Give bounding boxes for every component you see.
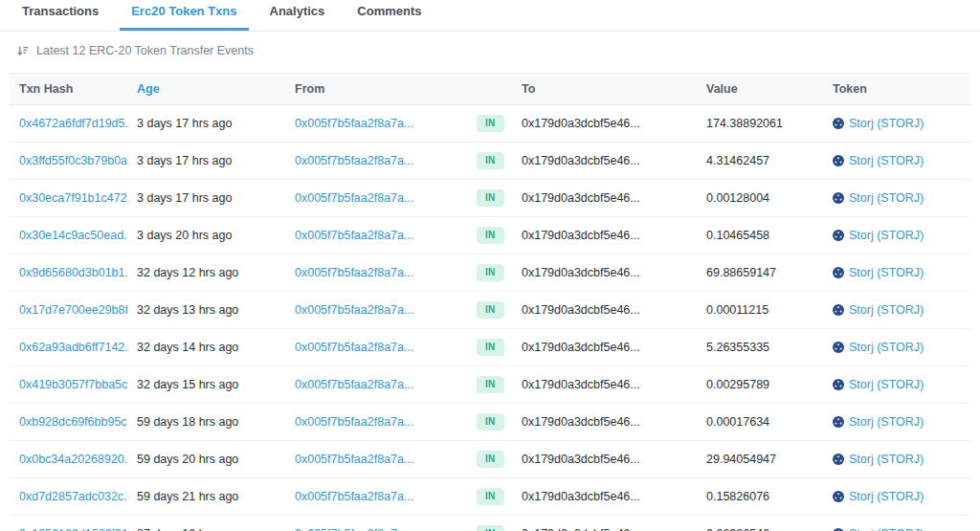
txn-hash-link[interactable]: 0xb928dc69f6bb95c...: [19, 415, 127, 429]
token-label: Storj (STORJ): [849, 490, 924, 503]
token-label: Storj (STORJ): [849, 303, 924, 317]
txn-hash-link[interactable]: 0x30e14c9ac50ead...: [19, 229, 127, 242]
value-text: 0.10465458: [706, 229, 769, 242]
header-txn-hash: Txn Hash: [10, 74, 127, 105]
token-link[interactable]: Storj (STORJ): [833, 191, 961, 205]
direction-in-badge: IN: [477, 115, 504, 132]
table-row: 0x17d7e700ee29b8f... 32 days 13 hrs ago …: [10, 292, 970, 329]
value-text: 0.00017634: [706, 415, 769, 429]
age-text: 3 days 17 hrs ago: [137, 117, 232, 130]
to-address-text: 0x179d0a3dcbf5e46...: [522, 415, 640, 429]
age-text: 32 days 14 hrs ago: [137, 341, 238, 354]
direction-in-badge: IN: [477, 488, 504, 505]
token-link[interactable]: Storj (STORJ): [833, 341, 961, 354]
to-address-text: 0x179d0a3dcbf5e46...: [522, 154, 640, 167]
txn-hash-link[interactable]: 0x62a93adb6ff7142...: [19, 341, 127, 354]
tab-analytics[interactable]: Analytics: [258, 0, 337, 31]
storj-token-icon: [833, 454, 844, 465]
from-address-link[interactable]: 0x005f7b5faa2f8a7a...: [295, 490, 413, 503]
txn-hash-link[interactable]: 0xd7d2857adc032c...: [19, 490, 127, 503]
from-address-link[interactable]: 0x005f7b5faa2f8a7a...: [295, 527, 413, 531]
table-header-row: Txn Hash Age From To Value Token: [10, 74, 970, 105]
table-row: 0x30eca7f91b1c472... 3 days 17 hrs ago 0…: [10, 180, 970, 217]
token-link[interactable]: Storj (STORJ): [833, 303, 961, 317]
sort-amount-down-icon: [17, 45, 30, 57]
from-address-link[interactable]: 0x005f7b5faa2f8a7a...: [295, 415, 413, 429]
token-label: Storj (STORJ): [849, 229, 924, 242]
from-address-link[interactable]: 0x005f7b5faa2f8a7a...: [295, 266, 413, 279]
table-row: 0x4672a6fdf7d19d5... 3 days 17 hrs ago 0…: [10, 105, 970, 143]
from-address-link[interactable]: 0x005f7b5faa2f8a7a...: [295, 229, 413, 242]
txn-hash-link[interactable]: 0x30eca7f91b1c472...: [19, 191, 127, 205]
from-address-link[interactable]: 0x005f7b5faa2f8a7a...: [295, 341, 413, 354]
value-text: 4.31462457: [706, 154, 769, 167]
direction-in-badge: IN: [477, 376, 504, 393]
tab-erc20-token-txns[interactable]: Erc20 Token Txns: [120, 0, 248, 31]
age-text: 32 days 15 hrs ago: [137, 378, 238, 391]
from-address-link[interactable]: 0x005f7b5faa2f8a7a...: [295, 154, 413, 167]
token-link[interactable]: Storj (STORJ): [833, 229, 961, 242]
to-address-text: 0x179d0a3dcbf5e46...: [522, 378, 640, 391]
direction-in-badge: IN: [477, 301, 504, 319]
txn-hash-link[interactable]: 0x0bc34a20268920...: [19, 453, 127, 466]
age-text: 59 days 20 hrs ago: [137, 453, 238, 466]
age-text: 3 days 17 hrs ago: [137, 191, 232, 205]
txn-hash-link[interactable]: 0x1856188d1582f01...: [19, 527, 127, 531]
section-heading: Latest 12 ERC-20 Token Transfer Events: [0, 32, 980, 67]
header-from: From: [285, 74, 467, 105]
tab-bar: Transactions Erc20 Token Txns Analytics …: [0, 0, 980, 32]
token-label: Storj (STORJ): [849, 191, 924, 205]
token-link[interactable]: Storj (STORJ): [833, 527, 961, 531]
from-address-link[interactable]: 0x005f7b5faa2f8a7a...: [295, 303, 413, 317]
storj-token-icon: [833, 267, 844, 278]
header-direction: [467, 74, 512, 105]
age-sort-link[interactable]: Age: [137, 82, 160, 96]
transfers-table: Txn Hash Age From To Value Token 0x4672a…: [10, 73, 970, 531]
table-row: 0x3ffd55f0c3b79b0a... 3 days 17 hrs ago …: [10, 143, 970, 180]
header-age: Age: [127, 74, 285, 105]
from-address-link[interactable]: 0x005f7b5faa2f8a7a...: [295, 117, 413, 130]
to-address-text: 0x179d0a3dcbf5e46...: [522, 341, 640, 354]
to-address-text: 0x179d0a3dcbf5e46...: [522, 527, 640, 531]
txn-hash-link[interactable]: 0x419b3057f7bba5c...: [19, 378, 127, 391]
txn-hash-link[interactable]: 0x17d7e700ee29b8f...: [19, 303, 127, 317]
storj-token-icon: [833, 118, 844, 129]
token-label: Storj (STORJ): [849, 154, 924, 167]
token-link[interactable]: Storj (STORJ): [833, 415, 961, 429]
txn-hash-link[interactable]: 0x4672a6fdf7d19d5...: [19, 117, 127, 130]
tab-comments[interactable]: Comments: [345, 0, 433, 31]
section-title: Latest 12 ERC-20 Token Transfer Events: [36, 44, 254, 57]
token-link[interactable]: Storj (STORJ): [833, 378, 961, 391]
age-text: 3 days 17 hrs ago: [137, 154, 232, 167]
from-address-link[interactable]: 0x005f7b5faa2f8a7a...: [295, 453, 413, 466]
value-text: 174.38892061: [706, 117, 783, 130]
to-address-text: 0x179d0a3dcbf5e46...: [522, 303, 640, 317]
direction-in-badge: IN: [477, 525, 504, 531]
age-text: 32 days 12 hrs ago: [137, 266, 238, 279]
token-link[interactable]: Storj (STORJ): [833, 490, 961, 503]
header-token: Token: [823, 74, 970, 105]
txn-hash-link[interactable]: 0x9d65680d3b01b1...: [19, 266, 127, 279]
value-text: 0.22926546: [706, 527, 769, 531]
age-text: 59 days 21 hrs ago: [137, 490, 238, 503]
storj-token-icon: [833, 379, 844, 390]
tab-transactions[interactable]: Transactions: [11, 0, 110, 31]
token-label: Storj (STORJ): [849, 266, 924, 279]
from-address-link[interactable]: 0x005f7b5faa2f8a7a...: [295, 191, 413, 205]
direction-in-badge: IN: [477, 189, 504, 207]
token-link[interactable]: Storj (STORJ): [833, 154, 961, 167]
storj-token-icon: [833, 416, 844, 428]
token-link[interactable]: Storj (STORJ): [833, 117, 961, 130]
to-address-text: 0x179d0a3dcbf5e46...: [522, 490, 640, 503]
token-link[interactable]: Storj (STORJ): [833, 266, 961, 279]
to-address-text: 0x179d0a3dcbf5e46...: [522, 117, 640, 130]
transfers-table-container: Txn Hash Age From To Value Token 0x4672a…: [0, 67, 980, 531]
from-address-link[interactable]: 0x005f7b5faa2f8a7a...: [295, 378, 413, 391]
txn-hash-link[interactable]: 0x3ffd55f0c3b79b0a...: [19, 154, 127, 167]
table-row: 0x30e14c9ac50ead... 3 days 20 hrs ago 0x…: [10, 217, 970, 254]
to-address-text: 0x179d0a3dcbf5e46...: [522, 453, 640, 466]
to-address-text: 0x179d0a3dcbf5e46...: [522, 229, 640, 242]
table-row: 0xb928dc69f6bb95c... 59 days 18 hrs ago …: [10, 404, 970, 441]
token-label: Storj (STORJ): [849, 341, 924, 354]
token-link[interactable]: Storj (STORJ): [833, 453, 961, 466]
